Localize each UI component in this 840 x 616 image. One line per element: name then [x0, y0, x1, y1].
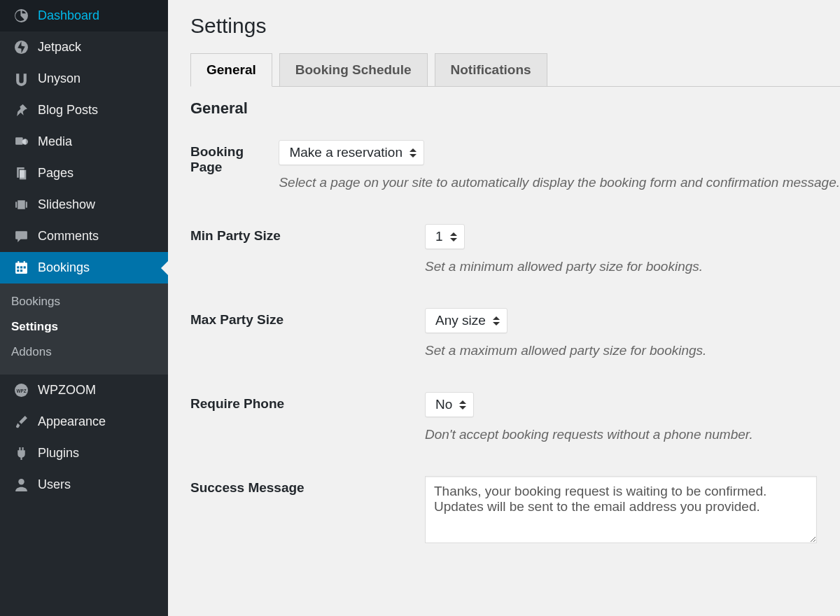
- sidebar-item-wpzoom[interactable]: WPZ WPZOOM: [0, 374, 168, 406]
- require-phone-select[interactable]: No: [425, 392, 474, 417]
- svg-rect-9: [17, 266, 19, 268]
- sidebar-item-blog-posts[interactable]: Blog Posts: [0, 94, 168, 126]
- sidebar-item-label: Dashboard: [38, 8, 99, 23]
- main-content: Settings General Booking Schedule Notifi…: [168, 0, 840, 616]
- booking-page-select[interactable]: Make a reservation: [279, 140, 424, 165]
- comments-icon: [11, 229, 31, 244]
- jetpack-icon: [11, 40, 31, 55]
- select-value: No: [435, 397, 452, 412]
- sidebar-menu: Dashboard Jetpack Unyson Blog Posts Medi…: [0, 0, 168, 284]
- sidebar-item-label: Plugins: [38, 446, 79, 461]
- pages-icon: [11, 166, 31, 181]
- sidebar-item-dashboard[interactable]: Dashboard: [0, 0, 168, 31]
- select-value: 1: [435, 229, 443, 244]
- svg-rect-15: [23, 261, 24, 264]
- slideshow-icon: [11, 197, 31, 212]
- field-booking-page: Booking Page Make a reservation Select a…: [190, 140, 840, 190]
- sidebar-item-label: Users: [38, 477, 71, 492]
- sidebar-item-pages[interactable]: Pages: [0, 158, 168, 189]
- field-max-party: Max Party Size Any size Set a maximum al…: [190, 308, 840, 358]
- max-party-select[interactable]: Any size: [425, 308, 507, 333]
- admin-sidebar: Dashboard Jetpack Unyson Blog Posts Medi…: [0, 0, 168, 616]
- wpzoom-icon: WPZ: [11, 383, 31, 398]
- sidebar-item-label: Unyson: [38, 71, 80, 86]
- plugin-icon: [11, 446, 31, 461]
- sidebar-item-label: Slideshow: [38, 197, 95, 212]
- tab-notifications[interactable]: Notifications: [435, 53, 547, 87]
- sidebar-item-unyson[interactable]: Unyson: [0, 63, 168, 94]
- svg-rect-6: [15, 202, 17, 207]
- field-require-phone: Require Phone No Don't accept booking re…: [190, 392, 840, 442]
- field-label: Booking Page: [190, 140, 279, 190]
- sidebar-item-media[interactable]: Media: [0, 126, 168, 158]
- user-icon: [11, 477, 31, 492]
- sidebar-menu-lower: WPZ WPZOOM Appearance Plugins Users: [0, 374, 168, 500]
- sidebar-item-bookings[interactable]: Bookings: [0, 252, 168, 284]
- success-message-textarea[interactable]: [425, 476, 817, 543]
- calendar-icon: [11, 260, 31, 275]
- sidebar-item-label: Bookings: [38, 260, 90, 275]
- select-arrows-icon: [458, 400, 468, 410]
- field-description: Don't accept booking requests without a …: [425, 427, 840, 442]
- tab-general[interactable]: General: [190, 53, 272, 87]
- sidebar-item-label: Media: [38, 134, 72, 149]
- dashboard-icon: [11, 8, 31, 23]
- field-success-message: Success Message: [190, 476, 840, 546]
- svg-text:WPZ: WPZ: [16, 388, 26, 393]
- field-label: Success Message: [190, 476, 425, 546]
- tab-label: Booking Schedule: [295, 62, 412, 77]
- sidebar-submenu-addons[interactable]: Addons: [0, 340, 168, 365]
- svg-rect-4: [19, 169, 26, 180]
- sidebar-item-label: Appearance: [38, 414, 106, 429]
- svg-rect-14: [18, 261, 19, 264]
- sidebar-item-label: Blog Posts: [38, 103, 98, 118]
- sidebar-item-label: Comments: [38, 229, 99, 244]
- tab-label: General: [206, 62, 256, 77]
- sidebar-item-label: Pages: [38, 166, 74, 181]
- svg-point-18: [18, 479, 24, 484]
- brush-icon: [11, 414, 31, 429]
- settings-tabs: General Booking Schedule Notifications: [190, 53, 840, 87]
- sidebar-item-jetpack[interactable]: Jetpack: [0, 31, 168, 63]
- field-label: Min Party Size: [190, 224, 425, 274]
- pin-icon: [11, 103, 31, 118]
- sidebar-item-slideshow[interactable]: Slideshow: [0, 189, 168, 220]
- svg-rect-10: [20, 266, 22, 268]
- svg-rect-7: [25, 202, 27, 207]
- field-label: Max Party Size: [190, 308, 425, 358]
- sidebar-submenu-label: Settings: [11, 320, 58, 334]
- sidebar-submenu: Bookings Settings Addons: [0, 284, 168, 374]
- select-value: Any size: [435, 313, 486, 328]
- svg-rect-11: [23, 266, 25, 268]
- media-icon: [11, 134, 31, 149]
- section-title: General: [190, 99, 840, 118]
- field-description: Set a minimum allowed party size for boo…: [425, 259, 840, 274]
- min-party-select[interactable]: 1: [425, 224, 465, 249]
- sidebar-item-label: Jetpack: [38, 40, 81, 55]
- tab-booking-schedule[interactable]: Booking Schedule: [279, 53, 428, 87]
- sidebar-submenu-label: Addons: [11, 345, 52, 359]
- select-arrows-icon: [408, 148, 418, 158]
- unyson-icon: [11, 71, 31, 86]
- select-arrows-icon: [491, 316, 501, 326]
- select-arrows-icon: [449, 232, 458, 241]
- sidebar-item-users[interactable]: Users: [0, 469, 168, 500]
- sidebar-item-comments[interactable]: Comments: [0, 220, 168, 252]
- field-min-party: Min Party Size 1 Set a minimum allowed p…: [190, 224, 840, 274]
- sidebar-submenu-label: Bookings: [11, 295, 60, 309]
- sidebar-submenu-bookings[interactable]: Bookings: [0, 289, 168, 314]
- page-title: Settings: [190, 14, 840, 38]
- field-description: Select a page on your site to automatica…: [279, 175, 840, 190]
- sidebar-item-label: WPZOOM: [38, 383, 96, 398]
- svg-rect-13: [20, 270, 22, 272]
- svg-rect-12: [17, 270, 19, 272]
- sidebar-submenu-settings[interactable]: Settings: [0, 314, 168, 340]
- sidebar-item-plugins[interactable]: Plugins: [0, 438, 168, 469]
- tab-label: Notifications: [451, 62, 531, 77]
- svg-rect-5: [18, 200, 25, 209]
- select-value: Make a reservation: [289, 145, 402, 160]
- field-description: Set a maximum allowed party size for boo…: [425, 343, 840, 358]
- svg-rect-1: [15, 137, 22, 145]
- sidebar-item-appearance[interactable]: Appearance: [0, 406, 168, 438]
- field-label: Require Phone: [190, 392, 425, 442]
